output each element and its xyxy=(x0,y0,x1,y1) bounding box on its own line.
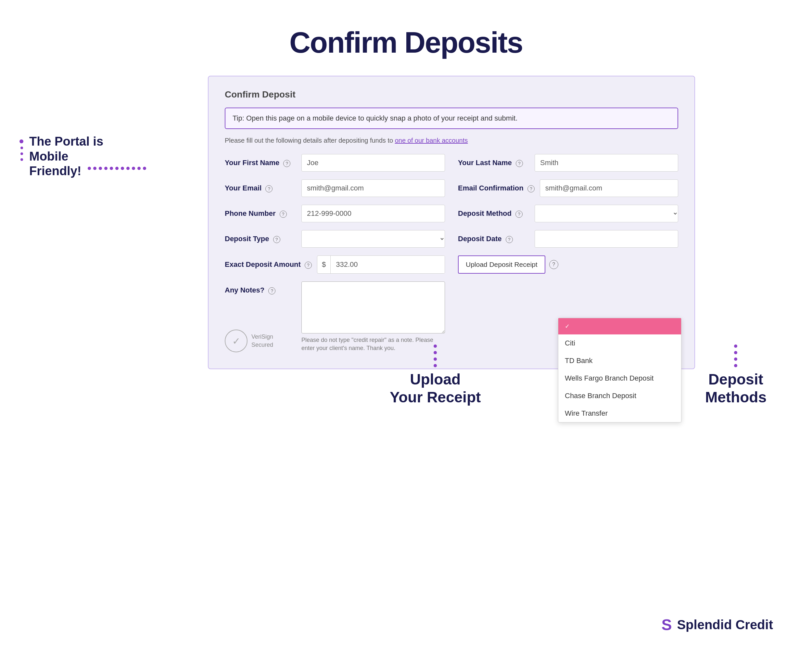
upload-receipt-annotation: UploadYour Receipt xyxy=(390,344,481,406)
phone-label: Phone Number ? xyxy=(225,209,296,218)
deposit-method-dropdown: ✓ Citi TD Bank Wells Fargo Branch Deposi… xyxy=(558,318,681,422)
notes-textarea[interactable] xyxy=(301,281,445,333)
upload-receipt-annotation-text: UploadYour Receipt xyxy=(390,370,481,406)
deposit-date-row: Deposit Date ? xyxy=(458,230,678,248)
email-input[interactable] xyxy=(301,179,445,197)
exact-amount-row: Exact Deposit Amount ? $ xyxy=(225,255,445,274)
deposit-date-label: Deposit Date ? xyxy=(458,235,530,243)
upload-receipt-button[interactable]: Upload Deposit Receipt xyxy=(458,255,545,274)
deposit-method-select[interactable]: Citi TD Bank Wells Fargo Branch Deposit … xyxy=(535,205,678,222)
email-help-icon[interactable]: ? xyxy=(266,185,273,193)
first-name-label: Your First Name ? xyxy=(225,159,296,167)
upload-help-icon[interactable]: ? xyxy=(549,260,558,269)
deposit-type-row: Deposit Type ? xyxy=(225,230,445,248)
dropdown-option-td[interactable]: TD Bank xyxy=(558,352,681,370)
page-title: Confirm Deposits xyxy=(0,0,812,76)
last-name-label: Your Last Name ? xyxy=(458,159,530,167)
notes-help-icon[interactable]: ? xyxy=(268,287,275,294)
deposit-methods-annotation: DepositMethods xyxy=(705,344,766,406)
last-name-help-icon[interactable]: ? xyxy=(516,160,523,167)
verisign-badge: ✓ VeriSign Secured xyxy=(225,330,273,352)
exact-amount-help-icon[interactable]: ? xyxy=(305,262,312,269)
deposit-method-row: Deposit Method ? Citi TD Bank Wells Farg… xyxy=(458,205,678,222)
dot-accent xyxy=(20,153,23,155)
deposit-type-select[interactable] xyxy=(301,230,445,248)
email-row: Your Email ? xyxy=(225,179,445,197)
check-icon: ✓ xyxy=(565,323,570,330)
email-confirmation-help-icon[interactable]: ? xyxy=(528,185,535,193)
first-name-input[interactable] xyxy=(301,154,445,171)
phone-row: Phone Number ? xyxy=(225,205,445,222)
deposit-methods-annotation-text: DepositMethods xyxy=(705,370,766,406)
tip-text: Tip: Open this page on a mobile device t… xyxy=(232,114,517,122)
dropdown-option-blank[interactable]: ✓ xyxy=(558,318,681,335)
verisign-check-icon: ✓ xyxy=(232,335,240,347)
verisign-circle: ✓ xyxy=(225,330,247,352)
dot-accent xyxy=(20,158,23,161)
left-annotation: The Portal is Mobile Friendly! xyxy=(20,134,107,179)
notes-area-col: Please do not type "credit repair" as a … xyxy=(301,281,445,352)
left-annotation-text: The Portal is Mobile Friendly! xyxy=(29,134,107,179)
email-confirmation-input[interactable] xyxy=(540,179,678,197)
notes-label: Any Notes? ? xyxy=(225,281,296,294)
dropdown-option-chase[interactable]: Chase Branch Deposit xyxy=(558,387,681,405)
deposit-method-label: Deposit Method ? xyxy=(458,209,530,218)
amount-wrapper: $ xyxy=(317,255,445,274)
phone-input[interactable] xyxy=(301,205,445,222)
last-name-row: Your Last Name ? xyxy=(458,154,678,171)
upload-receipt-row: Upload Deposit Receipt ? xyxy=(458,255,678,274)
deposit-date-help-icon[interactable]: ? xyxy=(506,236,513,243)
first-name-row: Your First Name ? xyxy=(225,154,445,171)
form-grid: Your First Name ? Your Last Name ? Your … xyxy=(225,154,678,352)
deposit-method-help-icon[interactable]: ? xyxy=(516,211,523,218)
first-name-help-icon[interactable]: ? xyxy=(283,160,290,167)
phone-help-icon[interactable]: ? xyxy=(280,211,287,218)
outer-layout: The Portal is Mobile Friendly! Confirm D… xyxy=(0,76,812,369)
form-container: Confirm Deposit Tip: Open this page on a… xyxy=(208,76,695,369)
dot-accent xyxy=(20,139,23,143)
form-title: Confirm Deposit xyxy=(225,89,678,100)
deposit-date-input[interactable] xyxy=(535,230,678,248)
dotted-horiz-line xyxy=(88,167,146,170)
verisign-text: VeriSign Secured xyxy=(251,333,273,349)
dropdown-option-wells[interactable]: Wells Fargo Branch Deposit xyxy=(558,370,681,387)
dropdown-option-citi[interactable]: Citi xyxy=(558,335,681,352)
brand-footer: S Splendid Credit xyxy=(661,616,773,634)
deposit-type-help-icon[interactable]: ? xyxy=(273,236,280,243)
currency-symbol: $ xyxy=(317,256,331,273)
deposit-type-label: Deposit Type ? xyxy=(225,235,296,243)
brand-logo: S xyxy=(661,616,672,634)
last-name-input[interactable] xyxy=(535,154,678,171)
email-confirmation-label: Email Confirmation ? xyxy=(458,184,535,193)
amount-input[interactable] xyxy=(331,256,445,273)
exact-amount-label: Exact Deposit Amount ? xyxy=(225,260,312,269)
email-label: Your Email ? xyxy=(225,184,296,193)
tip-box: Tip: Open this page on a mobile device t… xyxy=(225,107,678,129)
dot-accent xyxy=(20,147,23,149)
dropdown-option-wire[interactable]: Wire Transfer xyxy=(558,405,681,422)
instruction-text: Please fill out the following details af… xyxy=(225,137,678,144)
bank-accounts-link[interactable]: one of our bank accounts xyxy=(395,137,468,144)
brand-name: Splendid Credit xyxy=(677,618,773,632)
email-confirmation-row: Email Confirmation ? xyxy=(458,179,678,197)
